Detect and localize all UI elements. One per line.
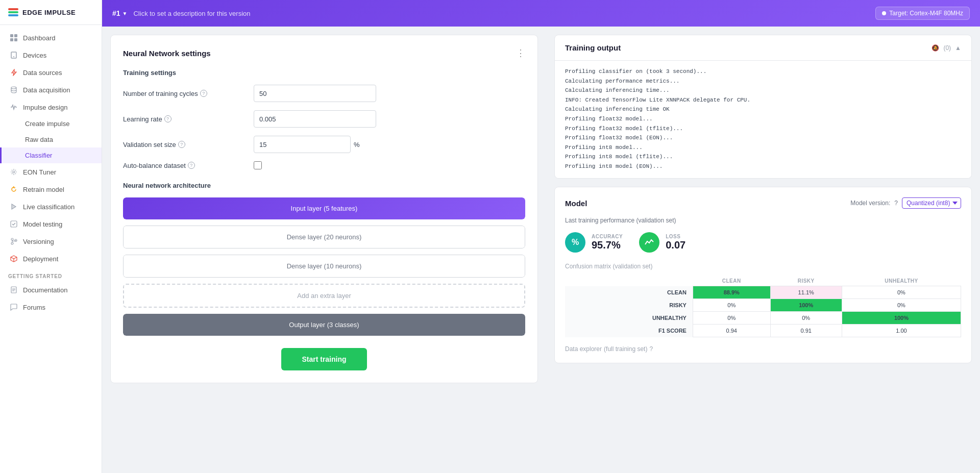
confusion-matrix-section: Confusion matrix (validation set) CLEAN … xyxy=(565,263,961,337)
card-menu-icon[interactable]: ⋮ xyxy=(516,47,525,59)
sidebar-item-raw-data[interactable]: Raw data xyxy=(0,132,102,147)
version-badge[interactable]: #1 ▼ xyxy=(112,9,127,17)
app-name: EDGE IMPULSE xyxy=(22,9,76,16)
learning-rate-help-icon[interactable]: ? xyxy=(164,115,172,122)
log-line: Profiling int8 model (EON)... xyxy=(565,162,961,171)
cell-f1-clean: 0.94 xyxy=(693,325,770,337)
architecture-section: Neural network architecture Input layer … xyxy=(123,182,525,336)
sidebar-item-live-classification[interactable]: Live classification xyxy=(0,198,102,215)
chevron-down-icon: ▼ xyxy=(122,11,128,16)
matrix-row-risky: RISKY 0% 100% 0% xyxy=(565,299,961,312)
sidebar-item-eon-tuner[interactable]: EON Tuner xyxy=(0,163,102,181)
accuracy-values: ACCURACY 95.7% xyxy=(592,234,623,251)
svg-rect-1 xyxy=(14,34,17,37)
topbar: #1 ▼ Click to set a description for this… xyxy=(102,0,980,27)
sidebar-item-versioning[interactable]: Versioning xyxy=(0,233,102,250)
device-icon xyxy=(10,51,18,59)
matrix-row-clean: CLEAN 88.9% 11.1% 0% xyxy=(565,286,961,299)
validation-size-input[interactable] xyxy=(254,136,351,153)
sidebar-item-data-acquisition[interactable]: Data acquisition xyxy=(0,81,102,98)
svg-point-10 xyxy=(11,238,13,240)
model-version-label: Model version: xyxy=(850,200,890,207)
training-log: Profiling classifier on (took 3 second).… xyxy=(555,61,971,178)
auto-balance-checkbox-wrapper xyxy=(254,161,262,169)
auto-balance-checkbox[interactable] xyxy=(254,161,262,169)
sidebar-item-model-testing[interactable]: Model testing xyxy=(0,215,102,233)
sidebar-item-classifier[interactable]: Classifier xyxy=(0,147,102,163)
model-title: Model xyxy=(565,199,587,208)
sidebar-item-label: Forums xyxy=(23,304,45,311)
chat-icon xyxy=(10,303,18,311)
sidebar: EDGE IMPULSE Dashboard Devices xyxy=(0,0,102,473)
log-line: Profiling float32 model... xyxy=(565,115,961,124)
accuracy-metric: % ACCURACY 95.7% xyxy=(565,232,623,253)
accuracy-value: 95.7% xyxy=(592,239,623,251)
accuracy-label: ACCURACY xyxy=(592,234,623,239)
validation-size-label: Validation set size ? xyxy=(123,141,246,148)
training-output-header: Training output 🔕 (0) ▲ xyxy=(555,35,971,61)
training-settings-label: Training settings xyxy=(123,69,525,77)
output-layer: Output layer (3 classes) xyxy=(123,314,525,336)
sidebar-item-label: Classifier xyxy=(25,152,52,159)
sidebar-item-label: Model testing xyxy=(23,220,62,228)
learning-rate-row: Learning rate ? xyxy=(123,110,525,128)
cell-risky-clean: 0% xyxy=(693,299,770,312)
dense-layer-2-block[interactable]: Dense layer (10 neurons) xyxy=(123,255,525,278)
svg-rect-3 xyxy=(14,38,17,41)
row-label-risky: RISKY xyxy=(565,299,693,312)
refresh-icon xyxy=(10,185,18,193)
collapse-icon[interactable]: ▲ xyxy=(955,44,961,52)
start-training-button[interactable]: Start training xyxy=(281,348,366,370)
sidebar-item-devices[interactable]: Devices xyxy=(0,46,102,64)
auto-balance-help-icon[interactable]: ? xyxy=(188,162,195,169)
learning-rate-input[interactable] xyxy=(254,110,376,128)
version-number: #1 xyxy=(112,9,120,17)
num-cycles-input[interactable] xyxy=(254,85,376,102)
row-label-unhealthy: UNHEALTHY xyxy=(565,312,693,325)
dense-layer-1-block[interactable]: Dense layer (20 neurons) xyxy=(123,226,525,248)
sidebar-item-forums[interactable]: Forums xyxy=(0,298,102,316)
data-explorer-help-icon[interactable]: ? xyxy=(649,345,653,353)
sidebar-item-create-impulse[interactable]: Create impulse xyxy=(0,116,102,132)
add-layer-block[interactable]: Add an extra layer xyxy=(123,284,525,308)
num-cycles-label: Number of training cycles ? xyxy=(123,90,246,97)
model-version-select[interactable]: Quantized (int8) Float32 xyxy=(902,197,961,209)
main-content: #1 ▼ Click to set a description for this… xyxy=(102,0,980,473)
log-line: Profiling int8 model (tflite)... xyxy=(565,153,961,162)
sidebar-item-label: Retrain model xyxy=(23,186,64,193)
cell-clean-risky: 11.1% xyxy=(770,286,842,299)
sidebar-item-documentation[interactable]: Documentation xyxy=(0,281,102,298)
cell-f1-risky: 0.91 xyxy=(770,325,842,337)
learning-rate-label: Learning rate ? xyxy=(123,115,246,123)
logo-bar-red xyxy=(8,8,18,10)
logo: EDGE IMPULSE xyxy=(0,0,102,25)
sidebar-item-dashboard[interactable]: Dashboard xyxy=(0,29,102,46)
output-layer-block[interactable]: Output layer (3 classes) xyxy=(123,314,525,336)
svg-point-5 xyxy=(13,56,14,57)
sidebar-item-label: Dashboard xyxy=(23,34,56,42)
input-layer-block[interactable]: Input layer (5 features) xyxy=(123,197,525,219)
model-version-help-icon[interactable]: ? xyxy=(894,200,898,207)
check-icon xyxy=(10,220,18,228)
col-header-risky: RISKY xyxy=(770,276,842,286)
target-button[interactable]: Target: Cortex-M4F 80MHz xyxy=(875,7,970,20)
num-cycles-help-icon[interactable]: ? xyxy=(200,90,207,97)
sidebar-item-impulse-design[interactable]: Impulse design xyxy=(0,98,102,116)
empty-header xyxy=(565,276,693,286)
model-card-header: Model Model version: ? Quantized (int8) … xyxy=(565,197,961,209)
row-label-f1score: F1 SCORE xyxy=(565,325,693,337)
svg-marker-8 xyxy=(12,204,16,209)
bell-icon[interactable]: 🔕 xyxy=(932,44,939,52)
target-dot-icon xyxy=(882,11,886,15)
validation-size-help-icon[interactable]: ? xyxy=(178,141,185,148)
log-line: Calculating performance metrics... xyxy=(565,77,961,86)
version-description[interactable]: Click to set a description for this vers… xyxy=(133,10,869,17)
sidebar-item-deployment[interactable]: Deployment xyxy=(0,250,102,267)
auto-balance-row: Auto-balance dataset ? xyxy=(123,161,525,169)
logo-bar-blue xyxy=(8,14,18,16)
sidebar-item-data-sources[interactable]: Data sources xyxy=(0,64,102,81)
loss-icon xyxy=(639,232,659,253)
data-explorer-link[interactable]: Data explorer (full training set) ? xyxy=(565,345,961,353)
training-output-controls: 🔕 (0) ▲ xyxy=(932,44,961,52)
sidebar-item-retrain-model[interactable]: Retrain model xyxy=(0,181,102,198)
